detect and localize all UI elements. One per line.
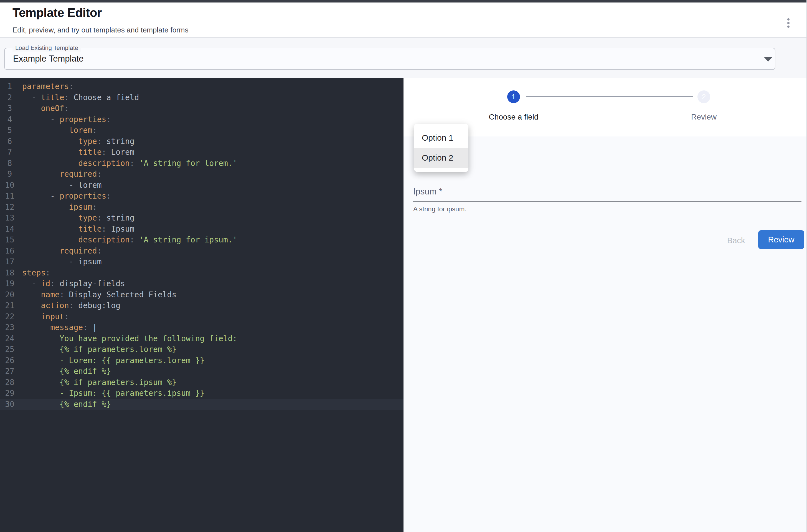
code-line: 28 {% if parameters.ipsum %} <box>0 377 404 388</box>
code-line: 23 message: | <box>0 322 404 333</box>
step-1-indicator[interactable]: 1 <box>507 91 520 103</box>
template-form-panel: 1 2 Choose a field Review Option 1 Optio… <box>404 78 807 532</box>
select-label: Load Existing Template <box>13 44 81 52</box>
code-line: 11 - properties: <box>0 191 404 202</box>
code-line: 4 - properties: <box>0 114 404 125</box>
step-2-indicator[interactable]: 2 <box>697 91 710 103</box>
page-title: Template Editor <box>13 6 102 20</box>
kebab-menu-icon[interactable] <box>782 15 795 31</box>
code-line: 19 - id: display-fields <box>0 278 404 289</box>
ipsum-field: A string for ipsum. <box>413 186 802 213</box>
code-editor-lines: 1parameters:2 - title: Choose a field3 o… <box>0 81 404 410</box>
code-line: 21 action: debug:log <box>0 300 404 311</box>
code-line: 29 - Ipsum: {{ parameters.ipsum }} <box>0 388 404 399</box>
code-line: 1parameters: <box>0 81 404 92</box>
code-line: 25 {% if parameters.lorem %} <box>0 344 404 355</box>
code-line: 16 required: <box>0 246 404 256</box>
window-top-strip <box>0 0 807 2</box>
code-line: 18steps: <box>0 267 404 279</box>
code-line: 13 type: string <box>0 212 404 224</box>
code-line: 2 - title: Choose a field <box>0 92 404 103</box>
dropdown-caret-icon <box>764 57 773 61</box>
code-line: 26 - Lorem: {{ parameters.lorem }} <box>0 355 404 366</box>
menu-item-option-2[interactable]: Option 2 <box>414 148 468 168</box>
code-line: 20 name: Display Selected Fields <box>0 289 404 300</box>
code-line: 24 You have provided the following field… <box>0 333 404 344</box>
code-line: 15 description: 'A string for ipsum.' <box>0 234 404 246</box>
select-value: Example Template <box>13 54 83 64</box>
step-2-label[interactable]: Review <box>691 113 716 121</box>
code-line: 14 title: Ipsum <box>0 224 404 235</box>
ipsum-input[interactable] <box>413 186 802 202</box>
code-line: 10 - lorem <box>0 180 404 191</box>
code-line: 5 lorem: <box>0 125 404 136</box>
code-line: 17 - ipsum <box>0 256 404 267</box>
load-template-section: Load Existing Template Example Template <box>0 38 807 78</box>
stepper-connector <box>526 96 693 97</box>
code-line: 27 {% endif %} <box>0 366 404 377</box>
load-existing-template-select[interactable]: Load Existing Template Example Template <box>4 48 775 70</box>
menu-item-option-1[interactable]: Option 1 <box>414 128 468 148</box>
code-line: 6 type: string <box>0 136 404 147</box>
code-line: 9 required: <box>0 169 404 180</box>
code-line: 3 oneOf: <box>0 103 404 114</box>
page-subtitle: Edit, preview, and try out templates and… <box>13 26 188 34</box>
options-dropdown-menu: Option 1 Option 2 <box>414 124 468 172</box>
ipsum-helper-text: A string for ipsum. <box>413 205 802 213</box>
code-line: 30 {% endif %} <box>0 399 404 410</box>
yaml-code-editor[interactable]: 1parameters:2 - title: Choose a field3 o… <box>0 78 404 532</box>
step-1-label[interactable]: Choose a field <box>488 113 538 121</box>
code-line: 8 description: 'A string for lorem.' <box>0 158 404 169</box>
code-line: 22 input: <box>0 311 404 322</box>
code-line: 7 title: Lorem <box>0 147 404 158</box>
code-line: 12 ipsum: <box>0 202 404 213</box>
back-button[interactable]: Back <box>721 232 751 249</box>
header: Template Editor Edit, preview, and try o… <box>0 2 807 37</box>
review-button[interactable]: Review <box>758 230 804 249</box>
